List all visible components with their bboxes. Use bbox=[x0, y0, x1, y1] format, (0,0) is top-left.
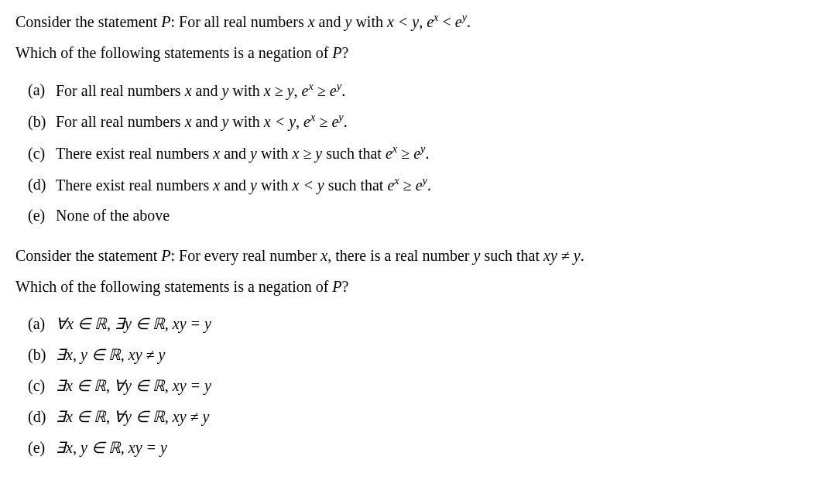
q1-prompt-line2: Which of the following statements is a n… bbox=[15, 39, 811, 66]
text: and bbox=[220, 176, 250, 193]
option-label: (e) bbox=[28, 434, 56, 461]
option-body: ∃x ∈ ℝ, ∀y ∈ ℝ, xy = y bbox=[56, 372, 211, 399]
text: such that bbox=[324, 176, 388, 193]
q2-prompt-line1: Consider the statement P: For every real… bbox=[15, 242, 811, 269]
q1-prompt: Consider the statement P: For all real n… bbox=[15, 8, 811, 66]
option-body: There exist real numbers x and y with x … bbox=[56, 171, 431, 198]
question-1: Consider the statement P: For all real n… bbox=[15, 8, 811, 228]
q1-prompt-line1: Consider the statement P: For all real n… bbox=[15, 8, 811, 35]
option-label: (a) bbox=[28, 310, 56, 337]
text: . bbox=[427, 176, 431, 193]
e: e bbox=[303, 113, 310, 130]
e: e bbox=[416, 176, 423, 193]
option-body: ∃x, y ∈ ℝ, xy ≠ y bbox=[56, 341, 165, 368]
text: . bbox=[341, 81, 345, 98]
var-y: y bbox=[250, 176, 257, 193]
text: , there is a real number bbox=[327, 247, 473, 264]
option-body: For all real numbers x and y with x < y,… bbox=[56, 108, 348, 135]
option-body: For all real numbers x and y with x ≥ y,… bbox=[56, 77, 345, 104]
q1-option-d: (d) There exist real numbers x and y wit… bbox=[28, 171, 811, 198]
q2-options: (a) ∀x ∈ ℝ, ∃y ∈ ℝ, xy = y (b) ∃x, y ∈ ℝ… bbox=[15, 310, 811, 461]
option-body: ∃x, y ∈ ℝ, xy = y bbox=[56, 434, 167, 461]
text: Consider the statement bbox=[15, 13, 161, 30]
text: Which of the following statements is a n… bbox=[15, 278, 332, 295]
e: e bbox=[387, 176, 394, 193]
cond: x ≥ y bbox=[293, 145, 323, 162]
text: , bbox=[296, 113, 303, 130]
cond: x ≥ y bbox=[264, 81, 294, 98]
rel: ≥ bbox=[314, 81, 330, 98]
text: , bbox=[419, 13, 427, 30]
q1-option-b: (b) For all real numbers x and y with x … bbox=[28, 108, 811, 135]
option-label: (d) bbox=[28, 171, 56, 197]
text: . bbox=[425, 145, 429, 162]
var-x: x bbox=[185, 81, 192, 98]
option-label: (c) bbox=[28, 140, 56, 166]
var-P: P bbox=[332, 44, 341, 61]
var-x: x bbox=[213, 145, 220, 162]
text: and bbox=[315, 13, 345, 30]
text: . bbox=[581, 247, 584, 264]
text: , bbox=[294, 81, 302, 98]
q2-option-a: (a) ∀x ∈ ℝ, ∃y ∈ ℝ, xy = y bbox=[28, 310, 811, 337]
q2-option-d: (d) ∃x ∈ ℝ, ∀y ∈ ℝ, xy ≠ y bbox=[28, 403, 811, 430]
rel: ≥ bbox=[315, 113, 331, 130]
text: such that bbox=[480, 247, 543, 264]
e: e bbox=[330, 81, 337, 98]
var-y: y bbox=[250, 145, 257, 162]
text: For all real numbers bbox=[56, 81, 185, 98]
q1-option-a: (a) For all real numbers x and y with x … bbox=[28, 77, 811, 104]
var-x: x bbox=[308, 13, 315, 30]
option-label: (b) bbox=[28, 341, 56, 368]
text: Consider the statement bbox=[15, 247, 161, 264]
q1-option-e: (e) None of the above bbox=[28, 202, 811, 228]
text: and bbox=[220, 145, 250, 162]
text: : For all real numbers bbox=[171, 13, 308, 30]
e: e bbox=[413, 145, 420, 162]
text: There exist real numbers bbox=[56, 145, 213, 162]
text: ? bbox=[342, 44, 349, 61]
question-2: Consider the statement P: For every real… bbox=[15, 242, 811, 461]
option-label: (c) bbox=[28, 372, 56, 399]
option-body: None of the above bbox=[56, 202, 170, 228]
var-x: x bbox=[320, 247, 327, 264]
text: . bbox=[344, 113, 348, 130]
rel: < bbox=[438, 13, 454, 30]
text: with bbox=[228, 81, 264, 98]
text: Which of the following statements is a n… bbox=[15, 44, 332, 61]
q1-option-c: (c) There exist real numbers x and y wit… bbox=[28, 139, 811, 166]
option-label: (a) bbox=[28, 77, 56, 103]
text: with bbox=[257, 145, 293, 162]
text: . bbox=[467, 13, 471, 30]
e: e bbox=[386, 145, 392, 162]
option-label: (e) bbox=[28, 202, 56, 228]
var-x: x bbox=[185, 113, 192, 130]
q1-options: (a) For all real numbers x and y with x … bbox=[15, 77, 811, 229]
e: e bbox=[331, 113, 338, 130]
text: and bbox=[192, 81, 222, 98]
text: and bbox=[192, 113, 222, 130]
q2-prompt-line2: Which of the following statements is a n… bbox=[15, 273, 811, 300]
var-P: P bbox=[332, 278, 341, 295]
var-y: y bbox=[221, 81, 228, 98]
q2-prompt: Consider the statement P: For every real… bbox=[15, 242, 811, 300]
var-P: P bbox=[161, 247, 170, 264]
rel: ≥ bbox=[397, 145, 413, 162]
text: : For every real number bbox=[171, 247, 321, 264]
text: with bbox=[257, 176, 293, 193]
e: e bbox=[455, 13, 462, 30]
expr: xy ≠ y bbox=[543, 247, 581, 264]
text: with bbox=[228, 113, 264, 130]
text: ? bbox=[342, 278, 349, 295]
option-body: There exist real numbers x and y with x … bbox=[56, 139, 429, 166]
var-x: x bbox=[213, 176, 220, 193]
option-body: ∀x ∈ ℝ, ∃y ∈ ℝ, xy = y bbox=[56, 310, 211, 337]
cond: x < y bbox=[264, 113, 296, 130]
option-body: ∃x ∈ ℝ, ∀y ∈ ℝ, xy ≠ y bbox=[56, 403, 209, 430]
text: For all real numbers bbox=[56, 113, 185, 130]
var-P: P bbox=[161, 13, 170, 30]
q2-option-e: (e) ∃x, y ∈ ℝ, xy = y bbox=[28, 434, 811, 461]
cond: x < y bbox=[293, 176, 324, 193]
option-label: (b) bbox=[28, 108, 56, 135]
text: with bbox=[351, 13, 387, 30]
